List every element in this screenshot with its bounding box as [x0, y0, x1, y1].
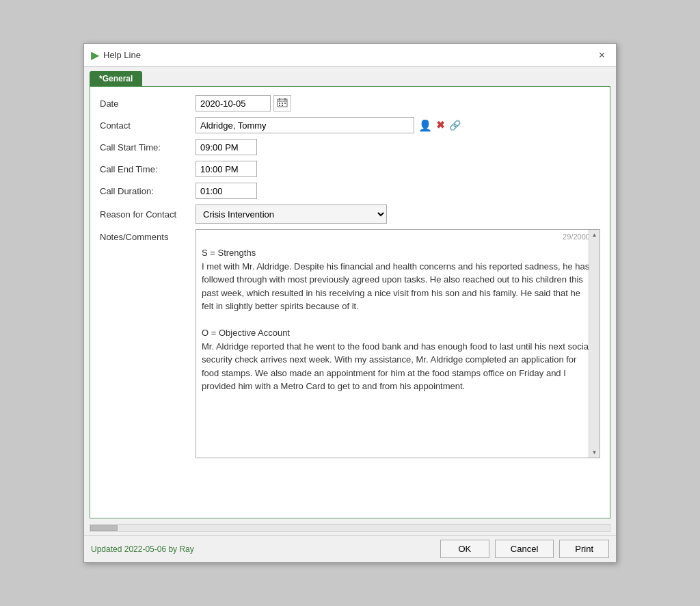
dialog-title: Help Line [103, 50, 141, 60]
date-input[interactable] [196, 95, 271, 111]
footer: Updated 2022-05-06 by Ray OK Cancel Prin… [84, 535, 616, 562]
tab-bar: *General [84, 67, 616, 86]
call-end-label: Call End Time: [100, 164, 196, 174]
person-icon[interactable]: 👤 [418, 119, 432, 132]
notes-label: Notes/Comments [100, 229, 196, 242]
help-line-dialog: ▶ Help Line × *General Date [83, 43, 617, 563]
svg-rect-4 [279, 103, 280, 104]
call-duration-label: Call Duration: [100, 186, 196, 196]
call-start-row: Call Start Time: [100, 139, 600, 155]
scroll-down-icon[interactable]: ▼ [592, 447, 597, 458]
notes-container: 29/20000 ▲ ▼ [196, 229, 600, 458]
print-button[interactable]: Print [559, 540, 609, 558]
svg-rect-6 [284, 103, 286, 104]
call-end-input[interactable] [196, 161, 257, 177]
tab-general[interactable]: *General [90, 71, 142, 86]
horizontal-scrollbar[interactable] [90, 524, 610, 532]
clear-contact-icon[interactable]: ✖ [436, 119, 445, 131]
close-button[interactable]: × [595, 48, 609, 63]
calendar-icon [277, 98, 288, 107]
contact-input[interactable] [196, 117, 414, 133]
reason-label: Reason for Contact [100, 209, 196, 220]
contact-label: Contact [100, 120, 196, 131]
form-area: Date Contact 👤 [90, 86, 610, 518]
ok-button[interactable]: OK [440, 540, 489, 558]
notes-row: Notes/Comments 29/20000 ▲ ▼ [100, 229, 600, 458]
date-label: Date [100, 98, 196, 109]
date-row: Date [100, 95, 600, 111]
call-start-label: Call Start Time: [100, 142, 196, 153]
svg-rect-8 [282, 105, 283, 106]
title-bar: ▶ Help Line × [84, 44, 616, 67]
scrollbar-thumb [90, 525, 118, 531]
svg-rect-5 [282, 103, 283, 104]
call-duration-input[interactable] [196, 183, 257, 199]
calendar-button[interactable] [273, 95, 291, 111]
footer-buttons: OK Cancel Print [440, 540, 609, 558]
scroll-up-icon[interactable]: ▲ [592, 230, 597, 240]
title-bar-left: ▶ Help Line [91, 49, 141, 62]
footer-status: Updated 2022-05-06 by Ray [91, 544, 194, 554]
call-duration-row: Call Duration: [100, 183, 600, 199]
reason-select[interactable]: Crisis Intervention General Inquiry Foll… [196, 205, 387, 224]
app-icon: ▶ [91, 49, 99, 62]
cancel-button[interactable]: Cancel [495, 540, 554, 558]
call-end-row: Call End Time: [100, 161, 600, 177]
contact-row: Contact 👤 ✖ 🔗 [100, 117, 600, 133]
notes-textarea[interactable] [196, 230, 600, 456]
contact-icons: 👤 ✖ 🔗 [418, 119, 461, 132]
scroll-indicator: ▲ ▼ [589, 230, 600, 458]
link-icon[interactable]: 🔗 [449, 120, 461, 131]
call-start-input[interactable] [196, 139, 257, 155]
svg-rect-7 [279, 105, 280, 106]
reason-row: Reason for Contact Crisis Intervention G… [100, 205, 600, 224]
